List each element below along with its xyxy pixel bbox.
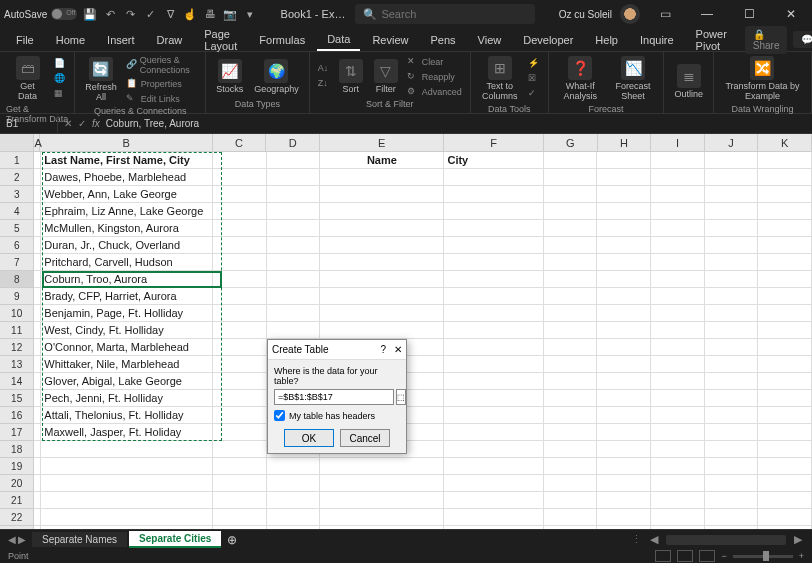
cell[interactable]: Pech, Jenni, Ft. Holliday <box>41 390 213 407</box>
cell[interactable] <box>213 441 267 458</box>
cell[interactable] <box>544 356 598 373</box>
cell[interactable] <box>444 356 543 373</box>
cell[interactable] <box>267 271 321 288</box>
cell[interactable] <box>651 322 705 339</box>
refresh-all-button[interactable]: 🔄Refresh All <box>81 55 121 105</box>
cell[interactable] <box>213 254 267 271</box>
name-box[interactable]: B1 <box>0 114 58 133</box>
cell[interactable] <box>267 305 321 322</box>
col-header[interactable]: F <box>444 134 544 151</box>
remove-dup-button[interactable]: ☒ <box>526 72 542 86</box>
cell[interactable] <box>34 458 41 475</box>
cell[interactable] <box>267 237 321 254</box>
cell[interactable] <box>444 339 543 356</box>
cell[interactable]: Glover, Abigal, Lake George <box>41 373 213 390</box>
close-icon[interactable]: ✕ <box>774 0 808 28</box>
cell[interactable] <box>597 305 651 322</box>
cell[interactable] <box>213 203 267 220</box>
cell[interactable] <box>444 458 543 475</box>
dialog-close-icon[interactable]: ✕ <box>394 344 402 355</box>
transform-data-button[interactable]: 🔀Transform Data by Example <box>720 54 805 104</box>
row-header[interactable]: 19 <box>0 458 34 475</box>
range-selector-button[interactable]: ⬚ <box>396 389 406 405</box>
row-header[interactable]: 3 <box>0 186 34 203</box>
print-icon[interactable]: 🖶 <box>203 7 217 21</box>
cell[interactable] <box>444 288 543 305</box>
cell[interactable]: Attali, Thelonius, Ft. Holliday <box>41 407 213 424</box>
cell[interactable] <box>597 509 651 526</box>
tab-file[interactable]: File <box>6 30 44 50</box>
cell[interactable] <box>758 305 812 322</box>
cell[interactable] <box>651 356 705 373</box>
cell[interactable] <box>320 271 444 288</box>
cell[interactable] <box>320 237 444 254</box>
cell[interactable] <box>758 390 812 407</box>
get-data-button[interactable]: 🗃Get Data <box>6 54 49 104</box>
cell[interactable] <box>267 186 321 203</box>
tab-power-pivot[interactable]: Power Pivot <box>686 24 737 56</box>
row-header[interactable]: 16 <box>0 407 34 424</box>
enter-formula-icon[interactable]: ✓ <box>78 118 86 129</box>
whatif-button[interactable]: ❓What-If Analysis <box>555 54 606 104</box>
cell[interactable] <box>705 254 759 271</box>
tab-insert[interactable]: Insert <box>97 30 145 50</box>
cell[interactable] <box>444 237 543 254</box>
camera-icon[interactable]: 📷 <box>223 7 237 21</box>
cell[interactable] <box>597 526 651 529</box>
cell[interactable] <box>444 271 543 288</box>
cell[interactable] <box>34 254 41 271</box>
cell[interactable] <box>705 373 759 390</box>
cell[interactable] <box>444 509 543 526</box>
cell[interactable] <box>267 203 321 220</box>
cell[interactable] <box>705 220 759 237</box>
cell[interactable] <box>320 254 444 271</box>
tab-inquire[interactable]: Inquire <box>630 30 684 50</box>
cell[interactable] <box>267 322 321 339</box>
from-text-button[interactable]: 📄 <box>52 57 68 71</box>
cell[interactable] <box>34 322 41 339</box>
cell[interactable] <box>544 254 598 271</box>
cell[interactable] <box>444 407 543 424</box>
cell[interactable] <box>320 305 444 322</box>
cell[interactable] <box>444 441 543 458</box>
cell[interactable] <box>213 475 267 492</box>
cell[interactable] <box>267 492 321 509</box>
row-header[interactable]: 21 <box>0 492 34 509</box>
save-icon[interactable]: 💾 <box>83 7 97 21</box>
cell[interactable] <box>758 407 812 424</box>
cell[interactable] <box>213 509 267 526</box>
sort-az-button[interactable]: A↓ <box>316 62 332 76</box>
cell[interactable] <box>34 186 41 203</box>
cell[interactable] <box>597 390 651 407</box>
cell[interactable] <box>213 526 267 529</box>
cell[interactable] <box>34 169 41 186</box>
cell[interactable] <box>651 203 705 220</box>
cell[interactable] <box>544 237 598 254</box>
col-header[interactable]: I <box>651 134 705 151</box>
flash-fill-button[interactable]: ⚡ <box>526 57 542 71</box>
cell[interactable]: Webber, Ann, Lake George <box>41 186 213 203</box>
cell[interactable] <box>544 186 598 203</box>
cell[interactable]: Whittaker, Nile, Marblehead <box>41 356 213 373</box>
cell[interactable] <box>651 186 705 203</box>
cell[interactable] <box>651 475 705 492</box>
cell[interactable] <box>544 390 598 407</box>
cell[interactable] <box>544 424 598 441</box>
fx-icon[interactable]: fx <box>92 118 100 129</box>
cell[interactable] <box>597 492 651 509</box>
cell[interactable] <box>597 220 651 237</box>
qat-icon[interactable]: ✓ <box>143 7 157 21</box>
cell[interactable] <box>34 407 41 424</box>
cell[interactable] <box>267 509 321 526</box>
cell[interactable] <box>320 475 444 492</box>
cell[interactable] <box>320 526 444 529</box>
row-header[interactable]: 10 <box>0 305 34 322</box>
tab-page-layout[interactable]: Page Layout <box>194 24 247 56</box>
cell[interactable] <box>213 390 267 407</box>
cell[interactable] <box>267 458 321 475</box>
cell[interactable] <box>597 475 651 492</box>
cell[interactable] <box>444 305 543 322</box>
filter-icon[interactable]: ∇ <box>163 7 177 21</box>
cell[interactable] <box>34 220 41 237</box>
cell[interactable] <box>705 356 759 373</box>
